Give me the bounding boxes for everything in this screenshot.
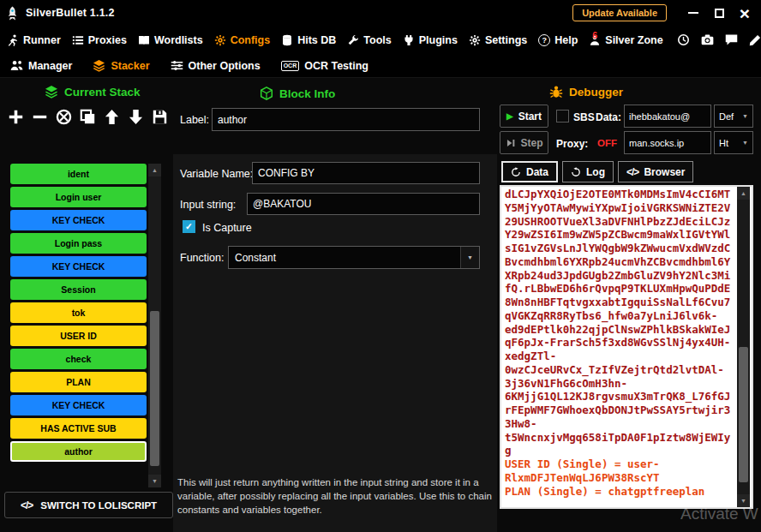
- menu-item-configs[interactable]: Configs: [214, 34, 271, 46]
- chat-button[interactable]: [722, 31, 740, 49]
- tab-data[interactable]: Data: [501, 161, 558, 182]
- stack-block-user-id[interactable]: USER ID: [10, 326, 147, 346]
- start-button[interactable]: ▶ Start: [500, 105, 548, 128]
- scrollbar-thumb[interactable]: [739, 347, 748, 482]
- help-icon: ?: [538, 34, 550, 46]
- check-icon: ✓: [185, 222, 193, 231]
- stack-block-key-check-1[interactable]: KEY CHECK: [10, 210, 147, 230]
- menu-label: Silver Zone: [605, 34, 662, 46]
- disable-block-button[interactable]: [51, 104, 75, 129]
- sbs-checkbox[interactable]: [556, 110, 569, 123]
- maximize-button[interactable]: [706, 1, 732, 25]
- label-field-label: Label:: [180, 114, 209, 126]
- close-button[interactable]: ×: [732, 1, 758, 25]
- configs-submenu: Manager Stacker Other Options OCR OCR Te…: [0, 54, 761, 78]
- menu-item-hits-db[interactable]: Hits DB: [281, 34, 336, 46]
- label-input[interactable]: [212, 108, 480, 131]
- play-icon: ▶: [506, 111, 513, 121]
- menu-item-runner[interactable]: Runner: [7, 34, 61, 46]
- add-block-button[interactable]: [3, 104, 27, 129]
- edit-button[interactable]: [746, 31, 761, 49]
- stack-block-author-selected[interactable]: author: [10, 441, 147, 462]
- section-title: Debugger: [569, 86, 623, 99]
- switch-to-loliscript-button[interactable]: </> SWITCH TO LOLISCRIPT: [4, 492, 173, 518]
- stack-scrollbar[interactable]: ▲ ▼: [148, 164, 161, 487]
- stack-block-tok[interactable]: tok: [10, 302, 147, 323]
- function-value: Constant: [229, 252, 460, 264]
- menu-label: Help: [554, 34, 578, 46]
- minimize-button[interactable]: [680, 1, 706, 25]
- stack-block-login-user[interactable]: Login user: [10, 187, 147, 207]
- menu-item-tools[interactable]: Tools: [347, 34, 391, 46]
- stack-block-has-active-sub[interactable]: HAS ACTIVE SUB: [10, 418, 147, 439]
- move-down-button[interactable]: [123, 104, 147, 129]
- data-combo[interactable]: ihebbakatou@: [624, 105, 711, 128]
- update-available-button[interactable]: Update Available: [572, 4, 667, 21]
- proxy-label: Proxy:: [556, 138, 588, 150]
- runner-icon: [7, 34, 19, 46]
- people-icon: [10, 59, 23, 72]
- submenu-item-manager[interactable]: Manager: [10, 59, 72, 72]
- maximize-icon: [715, 9, 724, 18]
- stack-block-key-check-2[interactable]: KEY CHECK: [10, 256, 147, 277]
- menu-label: Plugins: [419, 34, 458, 46]
- bug-icon: [549, 85, 563, 99]
- menu-item-help[interactable]: ? Help: [538, 34, 578, 46]
- menu-item-wordlists[interactable]: Wordlists: [138, 34, 203, 46]
- menu-label: Settings: [485, 34, 527, 46]
- proxy-combo[interactable]: man.socks.ip: [624, 131, 711, 154]
- tab-browser[interactable]: </> Browser: [618, 161, 693, 182]
- scroll-up-icon[interactable]: ▲: [737, 187, 750, 200]
- output-scrollbar[interactable]: ▲ ▼: [737, 187, 750, 507]
- tab-log[interactable]: Log: [562, 161, 614, 182]
- clone-block-button[interactable]: [75, 104, 99, 129]
- refresh-icon: [511, 167, 521, 177]
- proxy-toggle[interactable]: OFF: [597, 138, 617, 148]
- screenshot-button[interactable]: [698, 31, 716, 49]
- submenu-item-other-options[interactable]: Other Options: [171, 59, 261, 72]
- menu-label: Tools: [363, 34, 391, 46]
- menu-item-settings[interactable]: Settings: [469, 34, 527, 46]
- debugger-output[interactable]: dLCJpYXQiOjE2OTE0MTk0MDMsImV4cCI6MTY5MjY…: [500, 185, 753, 509]
- stack-block-ident[interactable]: ident: [10, 164, 147, 184]
- database-icon: [281, 34, 293, 46]
- save-config-button[interactable]: [147, 104, 171, 129]
- layers-icon: [93, 59, 105, 72]
- menubar-tools: [674, 31, 761, 49]
- capture-line: PLAN (Single) = chatgptfreeplan: [505, 485, 735, 499]
- chevron-down-icon: ▼: [740, 140, 748, 146]
- proxies-list-icon: [72, 34, 84, 46]
- scroll-down-icon[interactable]: ▼: [148, 475, 161, 487]
- stack-block-plan[interactable]: PLAN: [10, 372, 147, 392]
- is-capture-checkbox[interactable]: ✓: [183, 220, 195, 233]
- output-token-text: dLCJpYXQiOjE2OTE0MTk0MDMsImV4cCI6MTY5MjY…: [505, 188, 735, 457]
- stack-block-session[interactable]: Session: [10, 279, 147, 300]
- stack-block-check[interactable]: check: [10, 349, 147, 369]
- submenu-item-ocr-testing[interactable]: OCR OCR Testing: [281, 60, 369, 72]
- step-icon: [506, 138, 516, 148]
- move-up-button[interactable]: [99, 104, 123, 129]
- arrow-down-icon: [128, 109, 144, 125]
- stack-block-key-check-3[interactable]: KEY CHECK: [10, 395, 147, 415]
- history-button[interactable]: [674, 31, 692, 49]
- circle-x-icon: [56, 109, 72, 125]
- menu-item-silver-zone[interactable]: 6 Silver Zone: [589, 34, 662, 46]
- settings-gear-icon: [469, 34, 481, 46]
- app-window: SilverBullet 1.1.2 Update Available × Ru…: [0, 0, 761, 532]
- main-menubar: Runner Proxies Wordlists Configs Hits DB…: [0, 26, 761, 54]
- proxy-type-combo[interactable]: Ht ▼: [714, 131, 753, 154]
- remove-block-button[interactable]: [27, 104, 51, 129]
- menu-item-proxies[interactable]: Proxies: [72, 34, 127, 46]
- data-type-combo[interactable]: Def ▼: [714, 105, 753, 128]
- submenu-item-stacker[interactable]: Stacker: [93, 59, 149, 72]
- stack-block-login-pass[interactable]: Login pass: [10, 233, 147, 254]
- scroll-up-icon[interactable]: ▲: [148, 164, 161, 176]
- input-string-input[interactable]: [247, 193, 480, 215]
- arrow-up-icon: [104, 109, 120, 125]
- menu-item-plugins[interactable]: Plugins: [403, 34, 458, 46]
- scrollbar-thumb[interactable]: [150, 311, 159, 466]
- data-label: Data:: [596, 111, 621, 123]
- variable-name-input[interactable]: [252, 162, 480, 184]
- function-select[interactable]: Constant ▼: [228, 246, 480, 269]
- step-button[interactable]: Step: [500, 131, 548, 154]
